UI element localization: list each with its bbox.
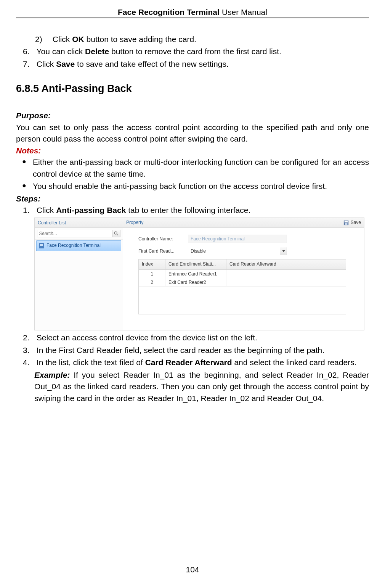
controller-name-label: Controller Name: (138, 236, 188, 242)
step-3: 3. In the First Card Reader field, selec… (16, 345, 369, 356)
purpose-text: You can set to only pass the access cont… (16, 122, 369, 145)
substep-2-bold: OK (72, 35, 84, 43)
device-name: Face Recognition Terminal (47, 242, 101, 249)
first-card-reader-row: First Card Read... Disable (138, 247, 357, 255)
first-card-reader-combo[interactable]: Disable (188, 247, 287, 255)
save-button[interactable]: Save (343, 219, 361, 226)
grid-cell-afterward[interactable] (226, 270, 346, 278)
grid-row[interactable]: 2 Exit Card Reader2 (139, 278, 346, 287)
step-6-bold: Delete (85, 47, 109, 56)
grid-cell-station: Entrance Card Reader1 (165, 270, 226, 278)
step-1: 1. Click Anti-passing Back tab to enter … (16, 205, 369, 216)
page-number: 104 (0, 565, 385, 574)
grid-header: Index Card Enrollment Stati... Card Read… (139, 259, 346, 269)
step-6-text-a: You can click (36, 47, 85, 56)
step-4-text-a: In the list, click the text filed of (37, 358, 145, 367)
substep-2-text-a: Click (53, 35, 72, 43)
search-icon (114, 231, 119, 236)
notes-label: Notes: (16, 145, 369, 156)
property-label: Property (126, 219, 143, 226)
chevron-down-icon (280, 247, 287, 255)
panel-header-row: Controller List Property Save (35, 218, 364, 228)
note-1: ● Either the anti-passing back or multi-… (16, 156, 369, 180)
step-2-text: Select an access control device from the… (37, 333, 257, 342)
step-2-number: 2. (23, 332, 34, 343)
step-7-bold: Save (56, 60, 75, 68)
property-header: Property Save (123, 218, 364, 228)
note-1-text: Either the anti-passing back or multi-do… (33, 156, 369, 180)
grid-cell-afterward[interactable] (226, 278, 346, 286)
device-icon (39, 243, 44, 248)
svg-rect-1 (344, 221, 348, 222)
property-pane: Controller Name: Face Recognition Termin… (123, 228, 364, 330)
reader-grid: Index Card Enrollment Stati... Card Read… (138, 259, 346, 314)
example-paragraph: Example: If you select Reader In_01 as t… (16, 369, 369, 404)
step-4-number: 4. (23, 357, 34, 368)
save-icon (343, 220, 349, 226)
step-7-number: 7. (23, 58, 34, 70)
step-1-text-c: tab to enter the following interface. (126, 206, 250, 214)
step-7: 7. Click Save to save and take effect of… (16, 58, 369, 70)
svg-point-3 (114, 232, 117, 235)
header-subtitle: User Manual (222, 8, 267, 17)
controller-list-header: Controller List (35, 218, 123, 228)
search-row (35, 228, 123, 240)
grid-cell-station: Exit Card Reader2 (165, 278, 226, 286)
step-3-text: In the First Card Reader field, select t… (37, 346, 324, 354)
note-2-text: You should enable the anti-passing back … (33, 180, 369, 192)
grid-header-station: Card Enrollment Stati... (165, 259, 226, 269)
substep-2: 2) Click OK button to save adding the ca… (16, 34, 369, 45)
search-button[interactable] (112, 230, 120, 237)
svg-rect-2 (345, 223, 347, 225)
substep-2-text-c: button to save adding the card. (84, 35, 196, 43)
step-1-bold: Anti-passing Back (56, 206, 126, 214)
step-7-text-c: to save and take effect of the new setti… (75, 60, 229, 68)
step-6-number: 6. (23, 46, 34, 57)
substep-2-number: 2) (35, 34, 50, 45)
example-label: Example: (34, 371, 70, 379)
controller-name-row: Controller Name: Face Recognition Termin… (138, 235, 357, 243)
anti-passing-back-panel: Controller List Property Save (34, 217, 364, 330)
section-heading: 6.8.5 Anti-Passing Back (16, 81, 369, 96)
first-card-reader-value: Disable (191, 248, 206, 255)
first-card-reader-label: First Card Read... (138, 248, 188, 255)
step-4-text-c: and select the linked card readers. (232, 358, 357, 367)
step-3-number: 3. (23, 345, 34, 356)
page-header: Face Recognition Terminal User Manual (16, 8, 369, 18)
step-2: 2. Select an access control device from … (16, 332, 369, 343)
document-body: 2) Click OK button to save adding the ca… (16, 34, 369, 404)
steps-label: Steps: (16, 193, 369, 205)
svg-line-4 (117, 234, 118, 235)
panel-body: Face Recognition Terminal Controller Nam… (35, 228, 364, 330)
bullet-icon: ● (22, 156, 33, 180)
grid-row[interactable]: 1 Entrance Card Reader1 (139, 270, 346, 278)
note-2: ● You should enable the anti-passing bac… (16, 180, 369, 192)
step-1-number: 1. (23, 205, 34, 216)
controller-list-pane: Face Recognition Terminal (35, 228, 123, 330)
grid-header-index: Index (139, 259, 165, 269)
header-title: Face Recognition Terminal (118, 8, 220, 17)
example-text: If you select Reader In_01 as the beginn… (34, 371, 369, 403)
controller-name-field: Face Recognition Terminal (188, 235, 287, 243)
search-input[interactable] (37, 230, 112, 237)
step-6: 6. You can click Delete button to remove… (16, 46, 369, 57)
step-6-text-c: button to remove the card from the first… (109, 47, 281, 56)
step-1-text-a: Click (37, 206, 56, 214)
step-7-text-a: Click (37, 60, 56, 68)
grid-cell-index: 1 (139, 270, 165, 278)
grid-header-afterward: Card Reader Afterward (226, 259, 346, 269)
purpose-label: Purpose: (16, 110, 369, 121)
grid-cell-index: 2 (139, 278, 165, 286)
bullet-icon: ● (22, 180, 33, 192)
step-4-bold: Card Reader Afterward (145, 358, 232, 367)
svg-marker-5 (282, 250, 285, 252)
step-4: 4. In the list, click the text filed of … (16, 357, 369, 368)
save-label: Save (351, 219, 361, 226)
controller-list-item[interactable]: Face Recognition Terminal (36, 240, 121, 251)
